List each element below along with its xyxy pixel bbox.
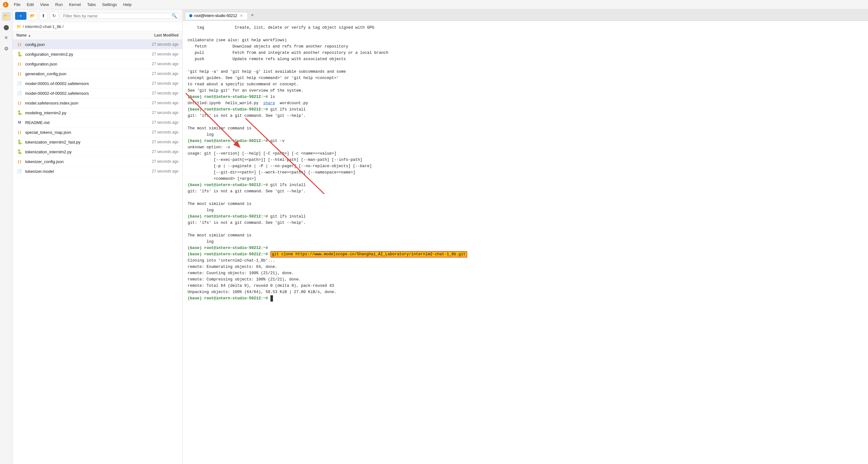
file-modified: 27 seconds ago [134,111,179,115]
col-modified-header: Last Modified [134,33,179,37]
app-logo: J [2,2,9,8]
menu-kernel[interactable]: Kernel [66,2,84,7]
terminal-line [188,119,863,125]
tab-close-button[interactable]: ✕ [239,13,244,18]
list-item[interactable]: 📄 tokenizer.model 27 seconds ago [12,166,182,176]
sidebar-icon-folder[interactable]: 📁 [2,12,11,21]
file-modified: 27 seconds ago [134,101,179,105]
upload-folder-button[interactable]: 📂 [28,11,37,20]
highlighted-command: git clone https://www.modelscope.cn/Shan… [271,251,467,257]
file-name: tokenizer_config.json [25,159,134,164]
list-item[interactable]: {} model.safetensors.index.json 27 secon… [12,98,182,108]
terminal-tabs: root@intern-studio-50212 ✕ + [183,9,868,21]
sidebar-icons: 📁 ⬤ ≡ ⚙ [0,9,12,464]
file-name: tokenization_internlm2.py [25,150,134,154]
list-item[interactable]: M README.md 27 seconds ago [12,118,182,127]
file-name: config.json [25,42,134,47]
terminal-line [188,194,863,201]
refresh-icon: ↻ [52,13,56,18]
file-modified: 27 seconds ago [134,120,179,125]
menu-view[interactable]: View [37,2,51,7]
file-type-icon: {} [17,41,23,48]
menubar: J File Edit View Run Kernel Tabs Setting… [0,0,868,9]
terminal-line: [--exec-path[=<path>]] [--html-path] [--… [188,157,863,163]
list-item[interactable]: 📄 model-00002-of-00002.safetensors 27 se… [12,89,182,98]
menu-run[interactable]: Run [53,2,65,7]
terminal-line: (base) root@intern-studio-50212:~# ls [188,94,863,100]
file-list-header: Name ▲ Last Modified [12,31,182,40]
terminal-line: remote: Total 64 (delta 9), reused 0 (de… [188,283,863,289]
list-item[interactable]: {} config.json 27 seconds ago [12,40,182,50]
file-name: modeling_internlm2.py [25,111,134,115]
file-name: tokenizer.model [25,169,134,174]
refresh-button[interactable]: ↻ [50,11,59,20]
sidebar-icon-circle[interactable]: ⬤ [2,23,11,31]
plus-icon: + [20,13,22,18]
list-item[interactable]: {} configuration.json 27 seconds ago [12,59,182,69]
col-name-header[interactable]: Name ▲ [17,33,134,37]
tab-label: root@intern-studio-50212 [194,13,237,18]
file-type-icon: {} [17,61,23,67]
file-type-icon: 🐍 [17,110,23,116]
list-item[interactable]: {} generation_config.json 27 seconds ago [12,69,182,79]
list-item[interactable]: {} tokenizer_config.json 27 seconds ago [12,157,182,166]
upload-icon: ⬆ [41,13,45,18]
menu-help[interactable]: Help [121,2,134,7]
file-type-icon: {} [17,70,23,77]
terminal-tab-main[interactable]: root@intern-studio-50212 ✕ [185,12,248,20]
menu-file[interactable]: File [11,2,23,7]
terminal-line: The most similar command is [188,125,863,131]
list-item[interactable]: 🐍 tokenization_internlm2_fast.py 27 seco… [12,137,182,147]
terminal-line: 'git help -a' and 'git help -g' list ava… [188,69,863,75]
terminal-line: (base) root@intern-studio-50212:~# git l… [188,182,863,188]
search-input[interactable] [63,13,172,18]
new-tab-button[interactable]: + [248,11,256,19]
menu-edit[interactable]: Edit [24,2,36,7]
terminal-line: remote: Counting objects: 100% (21/21), … [188,270,863,276]
terminal-line [188,31,863,37]
list-item[interactable]: 🐍 modeling_internlm2.py 27 seconds ago [12,108,182,118]
terminal-line: The most similar command is [188,232,863,239]
terminal-line: pull Fetch from and integrate with anoth… [188,50,863,56]
terminal-prompt: (base) root@intern-studio-50212:~# [188,252,271,256]
folder-icon: 📂 [30,13,35,18]
file-type-icon: {} [17,129,23,135]
terminal-line: log [188,239,863,245]
list-item[interactable]: 🐍 tokenization_internlm2.py 27 seconds a… [12,147,182,157]
terminal-line: (base) root@intern-studio-50212:~# [188,295,863,302]
new-button[interactable]: + [15,12,26,20]
upload-file-button[interactable]: ⬆ [39,11,48,20]
file-name: generation_config.json [25,71,134,76]
terminal-line: git: 'lfs' is not a git command. See 'gi… [188,220,863,226]
svg-text:J: J [4,3,6,7]
file-name: model-00001-of-00002.safetensors [25,81,134,86]
file-modified: 27 seconds ago [134,169,179,174]
file-name: model-00002-of-00002.safetensors [25,91,134,96]
terminal-line: (base) root@intern-studio-50212:~# git l… [188,106,863,113]
terminal-line: Untitled.ipynb hello_world.py share word… [188,100,863,106]
file-name: configuration.json [25,62,134,66]
terminal-line: git: 'lfs' is not a git command. See 'gi… [188,188,863,194]
sidebar-icon-puzzle[interactable]: ⚙ [2,44,11,53]
terminal-command: ls [271,95,275,99]
terminal-prompt: (base) root@intern-studio-50212:~# [188,95,271,99]
terminal-line [188,62,863,69]
menu-settings[interactable]: Settings [99,2,119,7]
list-item[interactable]: {} special_tokens_map.json 27 seconds ag… [12,127,182,137]
list-item[interactable]: 🐍 configuration_internlm2.py 27 seconds … [12,50,182,59]
terminal-content[interactable]: tag Create, list, delete or verify a tag… [183,21,868,464]
list-item[interactable]: 📄 model-00001-of-00002.safetensors 27 se… [12,79,182,89]
terminal-line: (base) root@intern-studio-50212:~# git c… [188,251,863,257]
file-modified: 27 seconds ago [134,62,179,66]
tab-indicator [189,14,192,17]
search-box: 🔍 [60,13,180,19]
file-modified: 27 seconds ago [134,91,179,95]
terminal-prompt: (base) root@intern-studio-50212:~# [188,183,271,187]
terminal-line: tag Create, list, delete or verify a tag… [188,25,863,31]
menu-tabs[interactable]: Tabs [85,2,98,7]
breadcrumb-path: / internlm2-chat-1_8b / [23,24,64,29]
share-link[interactable]: share [263,101,275,105]
terminal-line: git: 'lfs' is not a git command. See 'gi… [188,113,863,119]
terminal-panel: root@intern-studio-50212 ✕ + tag Create,… [183,9,868,464]
sidebar-icon-list[interactable]: ≡ [2,33,11,42]
